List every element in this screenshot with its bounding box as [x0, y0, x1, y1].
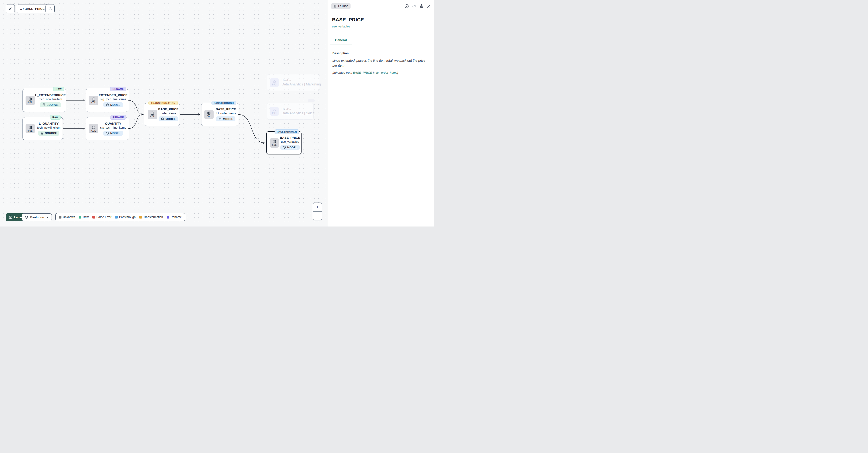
cube-icon: [161, 117, 164, 120]
aperture-icon: [9, 216, 12, 219]
kind-label: COL: [28, 130, 33, 132]
column-icon: [273, 140, 276, 143]
kind-label: COL: [91, 101, 96, 104]
project-kind-box: PRJ: [270, 78, 279, 87]
database-icon: [42, 103, 45, 106]
project-icon: [273, 80, 276, 83]
zoom-in-button[interactable]: +: [313, 203, 322, 212]
legend-swatch-transformation: [139, 216, 142, 219]
type-badge-source: SOURCE: [38, 131, 59, 136]
column-kind-box: COL: [89, 124, 98, 133]
column-icon: [207, 111, 211, 115]
breadcrumb[interactable]: .. / BASE_PRICE: [17, 4, 48, 13]
column-icon: [28, 125, 32, 129]
column-icon: [151, 111, 154, 115]
compass-icon: [404, 4, 409, 8]
faded-badge: [308, 99, 315, 102]
lens-badge-rename: RENAME: [110, 115, 126, 120]
kind-label: COL: [28, 101, 33, 104]
legend-swatch-unknown: [59, 216, 61, 219]
kind-label: COL: [272, 144, 277, 146]
kind-label: COL: [91, 130, 96, 132]
column-kind-box: COL: [89, 96, 98, 105]
node-base-price-fct-order-items[interactable]: PASSTHROUGH COL BASE_PRICE fct_order_ite…: [201, 103, 238, 126]
zoom-controls: + −: [313, 203, 322, 220]
cube-icon: [106, 132, 109, 135]
breadcrumb-label: .. / BASE_PRICE: [17, 7, 48, 10]
type-badge-model: MODEL: [103, 131, 123, 136]
view-code-button[interactable]: [412, 4, 416, 8]
ghost-node-used-in-sales[interactable]: PRJ Used In Data Analytics | Sales: [267, 103, 314, 120]
panel-title: BASE_PRICE: [332, 17, 364, 23]
node-base-price-use-variables[interactable]: PASSTHROUGH COL BASE_PRICE use_variables…: [266, 131, 302, 154]
active-tab-indicator: [330, 45, 352, 46]
zoom-out-button[interactable]: −: [313, 212, 322, 220]
close-lineage-button[interactable]: [6, 4, 15, 13]
type-badge-source: SOURCE: [40, 102, 61, 107]
node-title: QUANTITY: [105, 122, 121, 125]
legend-item-rename: Rename: [167, 216, 182, 219]
refresh-icon: [48, 7, 52, 11]
node-subtitle: stg_tpch_line_items: [100, 126, 126, 129]
legend-item-unknown: Unknown: [59, 216, 75, 219]
column-icon: [333, 5, 337, 8]
node-subtitle: order_items: [161, 112, 176, 115]
lens-badge-transformation: TRANSFORMATION: [148, 101, 178, 105]
column-kind-box: COL: [270, 138, 279, 148]
lens-select[interactable]: Evolution: [22, 214, 52, 221]
node-l-quantity[interactable]: RAW COL L_QUANTITY tpch_now.lineitem SOU…: [23, 117, 63, 140]
column-icon: [92, 125, 95, 129]
edge-quantity-orderitems: [128, 115, 143, 129]
kind-label: PRJ: [272, 83, 277, 86]
lineage-app: .. / BASE_PRICE RAW COL L_EXTENDEDPRICE …: [0, 0, 434, 227]
kind-label: PRJ: [272, 112, 277, 114]
panel-tabs: General: [328, 37, 434, 46]
column-kind-box: COL: [26, 96, 35, 105]
legend-item-transformation: Transformation: [139, 216, 163, 219]
refresh-button[interactable]: [45, 4, 55, 13]
lens-badge-raw: RAW: [50, 115, 61, 120]
node-base-price-order-items[interactable]: TRANSFORMATION COL BASE_PRICE order_item…: [145, 103, 180, 126]
close-panel-button[interactable]: [427, 4, 431, 8]
legend-item-raw: Raw: [79, 216, 89, 219]
lens-selected-label: Evolution: [30, 216, 44, 219]
kind-label: COL: [150, 115, 155, 118]
node-quantity[interactable]: RENAME COL QUANTITY stg_tpch_line_items …: [86, 117, 128, 140]
legend-swatch-rename: [167, 216, 169, 219]
description-heading: Description: [333, 52, 349, 55]
column-kind-box: COL: [204, 110, 214, 119]
node-extended-price[interactable]: RENAME COL EXTENDED_PRICE stg_tpch_line_…: [86, 89, 128, 112]
node-subtitle: use_variables: [281, 140, 299, 143]
cube-icon: [106, 103, 109, 106]
edge-fctorderitems-usevariables: [238, 115, 265, 143]
type-badge-model: MODEL: [280, 145, 300, 150]
used-in-label: Used In: [282, 108, 314, 111]
used-in-name: Data Analytics | Sales: [282, 111, 314, 115]
explore-compass-button[interactable]: [404, 4, 409, 8]
close-icon: [8, 7, 12, 10]
lineage-canvas[interactable]: .. / BASE_PRICE RAW COL L_EXTENDEDPRICE …: [0, 0, 328, 227]
type-badge-model: MODEL: [216, 116, 236, 121]
lens-badge-passthrough: PASSTHROUGH: [212, 101, 236, 105]
model-link[interactable]: use_variables: [332, 25, 350, 28]
lens-badge-raw: RAW: [53, 87, 64, 91]
inherited-model-link[interactable]: fct_order_items: [376, 71, 397, 75]
project-icon: [273, 108, 276, 112]
edge-extendedprice-orderitems: [128, 101, 143, 115]
inherited-column-link[interactable]: BASE_PRICE: [353, 71, 372, 75]
column-icon: [92, 97, 95, 101]
node-title: EXTENDED_PRICE: [99, 93, 127, 97]
share-button[interactable]: [420, 4, 424, 8]
ghost-node-used-in-marketing[interactable]: PRJ Used In Data Analytics | Marketing: [267, 74, 320, 91]
inherited-note: [Inherited from BASE_PRICE in fct_order_…: [333, 71, 427, 75]
node-l-extendedprice[interactable]: RAW COL L_EXTENDEDPRICE tpch_now.lineite…: [23, 89, 66, 112]
legend-swatch-parse-error: [92, 216, 95, 219]
node-title: BASE_PRICE: [216, 108, 236, 111]
legend-item-parse-error: Parse Error: [92, 216, 112, 219]
legend-item-passthrough: Passthrough: [115, 216, 135, 219]
lens-badge-passthrough: PASSTHROUGH: [275, 129, 299, 134]
chevron-down-icon: [46, 216, 49, 219]
legend-swatch-raw: [79, 216, 81, 219]
column-icon: [28, 97, 32, 101]
tab-general[interactable]: General: [330, 38, 352, 42]
